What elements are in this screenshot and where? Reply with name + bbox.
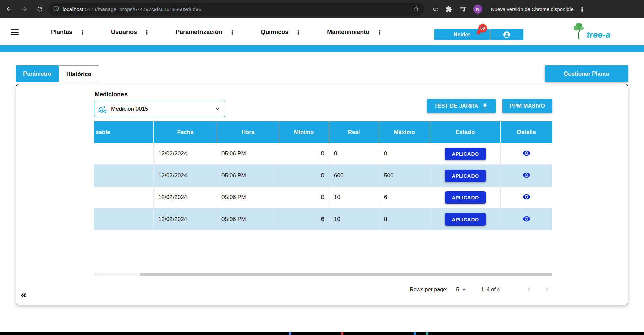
manage-plant-button[interactable]: Gestionar Planta — [545, 65, 628, 82]
card-inner: Mediciones Medic — [94, 91, 552, 297]
col-fecha: Fecha — [154, 121, 217, 143]
mediciones-label: Mediciones — [95, 91, 225, 98]
browser-back-icon[interactable] — [5, 5, 13, 13]
collapse-sidebar-icon[interactable]: « — [21, 290, 27, 300]
historico-card: Mediciones Medic — [16, 84, 628, 305]
cell-responsable — [94, 165, 154, 187]
bookmark-star-icon[interactable] — [413, 5, 419, 13]
user-name-button[interactable]: Neider 60 — [434, 29, 490, 40]
card-header: Mediciones Medic — [94, 91, 552, 117]
url-text: localhost:5173/manage_props/674797c9fc62… — [63, 6, 410, 12]
profile-button[interactable] — [490, 29, 523, 40]
nav-item-quimicos[interactable]: Químicos ⋮ — [261, 28, 301, 36]
media-queue-icon[interactable] — [459, 5, 467, 13]
cell-minimo: 6 — [279, 208, 329, 230]
horizontal-scrollbar-thumb[interactable] — [140, 273, 552, 276]
col-maximo: Máximo — [379, 121, 430, 143]
estado-aplicado-button[interactable]: APLICADO — [445, 170, 486, 182]
cell-fecha: 12/02/2024 — [154, 187, 217, 208]
cell-maximo: 8 — [379, 208, 430, 230]
eye-icon — [522, 193, 531, 201]
table-row: 12/02/2024 05:06 PM 0 10 6 APLICADO — [94, 187, 552, 208]
cell-real: 10 — [329, 208, 379, 230]
detail-eye-button[interactable] — [521, 213, 532, 225]
ppm-massive-label: PPM MASIVO — [510, 103, 545, 109]
nav-dots-icon[interactable]: ⋮ — [376, 28, 383, 36]
detail-eye-button[interactable] — [521, 170, 532, 182]
chrome-update-notice[interactable]: Nueva versión de Chrome disponible ⋮ — [491, 6, 585, 12]
cell-hora: 05:06 PM — [217, 208, 279, 230]
table-row: 12/02/2024 05:06 PM 6 10 8 APLICADO — [94, 208, 552, 230]
download-icon — [482, 103, 488, 109]
estado-aplicado-button[interactable]: APLICADO — [445, 213, 486, 226]
logo-text: tree-a — [587, 30, 610, 42]
browser-reload-icon[interactable] — [36, 5, 44, 13]
rows-per-page-label: Rows per page: — [410, 287, 447, 293]
notification-count-badge: 60 — [478, 24, 487, 33]
taskbar-icon — [341, 332, 343, 335]
rows-per-page-value: 5 — [456, 287, 459, 293]
nav-item-usuarios[interactable]: Usuarios ⋮ — [111, 28, 150, 36]
user-name-label: Neider — [454, 32, 470, 37]
table-row: 12/02/2024 05:06 PM 0 600 500 APLICADO — [94, 165, 552, 187]
main-content: Parámetro Histórico Gestionar Planta Med… — [0, 52, 644, 305]
cell-responsable — [94, 208, 154, 230]
url-path: :5173/manage_props/674797c9fc626188609d8… — [83, 6, 201, 12]
col-detalle: Detalle — [501, 121, 552, 143]
site-info-icon[interactable] — [53, 5, 59, 13]
eye-icon — [522, 171, 531, 179]
measurement-select-group: Mediciones Medic — [94, 91, 225, 117]
browser-forward-icon[interactable] — [20, 5, 28, 13]
nav-dots-icon[interactable]: ⋮ — [229, 28, 235, 36]
browser-profile-avatar[interactable]: N — [473, 5, 482, 14]
nav-item-parametrizacion[interactable]: Parametrización ⋮ — [176, 28, 235, 36]
estado-aplicado-button[interactable]: APLICADO — [445, 148, 486, 160]
chevron-right-icon — [543, 285, 551, 293]
nav-dots-icon[interactable]: ⋮ — [79, 28, 86, 36]
c-extension-icon[interactable]: C: — [433, 6, 439, 12]
tab-historico[interactable]: Histórico — [59, 65, 99, 82]
nav-dots-icon[interactable]: ⋮ — [144, 28, 150, 36]
eye-icon — [522, 149, 531, 157]
cell-hora: 05:06 PM — [217, 165, 279, 187]
cell-real: 0 — [329, 143, 379, 165]
estado-aplicado-button[interactable]: APLICADO — [445, 191, 486, 204]
col-minimo: Mínimo — [279, 121, 329, 143]
measurement-select[interactable]: Medición 0015 — [94, 101, 225, 117]
browser-menu-icon[interactable]: ⋮ — [579, 6, 585, 12]
detail-eye-button[interactable] — [521, 148, 532, 160]
taskbar-icon — [289, 332, 291, 335]
cell-minimo: 0 — [279, 165, 329, 187]
tabs-row: Parámetro Histórico Gestionar Planta — [16, 65, 628, 82]
previous-page-button[interactable] — [524, 284, 534, 296]
horizontal-scrollbar — [94, 273, 552, 276]
cell-responsable — [94, 143, 154, 165]
nav-dots-icon[interactable]: ⋮ — [295, 28, 301, 36]
ppm-massive-button[interactable]: PPM MASIVO — [502, 99, 552, 113]
next-page-button[interactable] — [542, 284, 552, 296]
pagination: Rows per page: 5 1–4 of 4 — [94, 282, 552, 297]
user-buttons: Neider 60 — [434, 29, 523, 40]
cell-maximo: 6 — [379, 187, 430, 208]
table-empty-space — [94, 230, 552, 273]
tab-parametro[interactable]: Parámetro — [16, 65, 59, 82]
col-real: Real — [329, 121, 379, 143]
cell-responsable — [94, 187, 154, 208]
url-bar[interactable]: localhost:5173/manage_props/674797c9fc62… — [48, 3, 424, 16]
col-responsable: sable — [94, 121, 154, 143]
nav-item-plantas[interactable]: Plantas ⋮ — [51, 28, 86, 36]
extensions-puzzle-icon[interactable] — [445, 5, 453, 13]
cell-minimo: 0 — [279, 187, 329, 208]
nav-item-mantenimiento[interactable]: Mantenimiento ⋮ — [327, 28, 383, 36]
action-buttons: TEST DE JARRA PPM MASIVO — [427, 99, 552, 113]
table-row: 12/02/2024 05:06 PM 0 0 0 APLICADO — [94, 143, 552, 165]
menu-icon[interactable] — [11, 29, 19, 35]
browser-toolbar-icons: C: N — [433, 5, 482, 14]
chrome-update-text: Nueva versión de Chrome disponible — [491, 6, 574, 12]
jar-test-label: TEST DE JARRA — [434, 103, 478, 109]
detail-eye-button[interactable] — [521, 191, 532, 203]
jar-test-button[interactable]: TEST DE JARRA — [427, 99, 496, 113]
header-accent-strip — [0, 45, 644, 52]
browser-chrome: localhost:5173/manage_props/674797c9fc62… — [0, 0, 644, 18]
rows-per-page-select[interactable]: 5 — [456, 287, 466, 293]
